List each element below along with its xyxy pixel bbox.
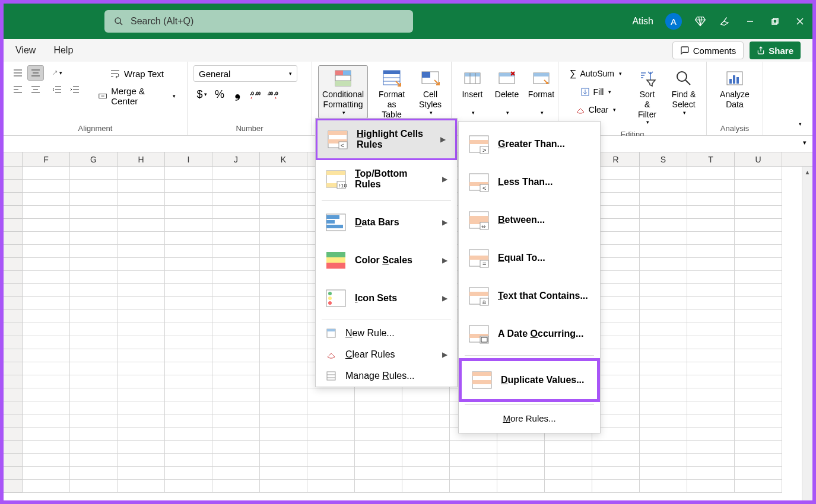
cell[interactable] [118,232,165,245]
row-header[interactable] [4,232,23,245]
cell[interactable] [165,349,212,362]
cell[interactable] [70,245,118,258]
color-scales-item[interactable]: Color Scales ▶ [316,241,457,279]
cell[interactable] [212,441,260,454]
cell[interactable] [355,414,402,428]
cell[interactable] [260,401,307,414]
row-header[interactable] [4,454,23,467]
cell[interactable] [307,467,355,480]
cell[interactable] [687,167,735,180]
data-bars-item[interactable]: Data Bars ▶ [316,203,457,241]
cell[interactable] [212,245,260,258]
percent-button[interactable]: % [211,87,228,102]
col-header[interactable]: H [118,152,165,166]
cell[interactable] [70,388,118,401]
more-rules-item[interactable]: More Rules... [459,407,600,429]
icon-sets-item[interactable]: Icon Sets ▶ [316,279,457,317]
scroll-up-icon[interactable]: ▲ [802,167,812,177]
cell[interactable] [212,323,260,336]
cell[interactable] [735,388,782,401]
cell[interactable] [23,167,70,180]
row-header[interactable] [4,388,23,401]
cell[interactable] [497,441,545,454]
cell[interactable] [687,454,735,467]
cell[interactable] [402,467,450,480]
close-icon[interactable] [793,15,807,28]
row-header[interactable] [4,467,23,480]
cell[interactable] [165,219,212,232]
cell[interactable] [687,401,735,414]
cell[interactable] [735,467,782,480]
increase-decimal-button[interactable]: .00.0 [265,87,281,102]
cell[interactable] [118,441,165,454]
cell[interactable] [70,480,118,493]
cell[interactable] [23,375,70,388]
cell[interactable] [165,310,212,323]
cell[interactable] [687,297,735,310]
cell[interactable] [640,297,687,310]
cell[interactable] [118,193,165,206]
cell[interactable] [687,441,735,454]
cell[interactable] [592,480,640,493]
col-header[interactable]: T [687,152,735,166]
align-middle-center-button[interactable] [27,65,44,81]
cell[interactable] [118,388,165,401]
clear-button[interactable]: Clear▾ [564,102,627,117]
cell[interactable] [687,258,735,271]
cell[interactable] [70,323,118,336]
cell[interactable] [212,362,260,375]
cell[interactable] [212,271,260,284]
cell[interactable] [735,454,782,467]
cell[interactable] [687,284,735,297]
cell[interactable] [307,428,355,441]
cell[interactable] [260,375,307,388]
row-header[interactable] [4,284,23,297]
insert-button[interactable]: Insert▾ [458,65,487,119]
cell[interactable] [735,441,782,454]
cell[interactable] [687,362,735,375]
cell[interactable] [23,258,70,271]
cell[interactable] [118,284,165,297]
cell[interactable] [70,441,118,454]
cell[interactable] [70,219,118,232]
row-header[interactable] [4,323,23,336]
cell[interactable] [260,454,307,467]
cell[interactable] [165,271,212,284]
orientation-button[interactable]: ▾ [49,65,65,81]
cell[interactable] [735,362,782,375]
cell[interactable] [70,258,118,271]
cell[interactable] [545,480,592,493]
cell[interactable] [165,401,212,414]
cell[interactable] [118,375,165,388]
cell[interactable] [165,258,212,271]
cell[interactable] [260,167,307,180]
row-header[interactable] [4,219,23,232]
cell[interactable] [687,467,735,480]
col-header[interactable]: S [640,152,687,166]
decrease-indent-button[interactable] [49,82,65,97]
cell[interactable] [640,362,687,375]
cell[interactable] [735,219,782,232]
cell[interactable] [735,375,782,388]
cell[interactable] [735,323,782,336]
cell[interactable] [450,480,497,493]
cell[interactable] [735,414,782,428]
cell[interactable] [118,336,165,349]
row-header[interactable] [4,245,23,258]
date-occurring-item[interactable]: A Date Occurring... [459,315,600,353]
cell[interactable] [307,441,355,454]
cell[interactable] [70,454,118,467]
cell[interactable] [165,480,212,493]
align-middle-button[interactable] [9,65,26,81]
cell[interactable] [165,297,212,310]
cell[interactable] [118,349,165,362]
cell[interactable] [735,349,782,362]
cell[interactable] [70,310,118,323]
cell[interactable] [260,232,307,245]
cell[interactable] [355,480,402,493]
cell[interactable] [23,219,70,232]
cell[interactable] [212,428,260,441]
cell[interactable] [165,167,212,180]
cell[interactable] [165,232,212,245]
cell[interactable] [70,336,118,349]
